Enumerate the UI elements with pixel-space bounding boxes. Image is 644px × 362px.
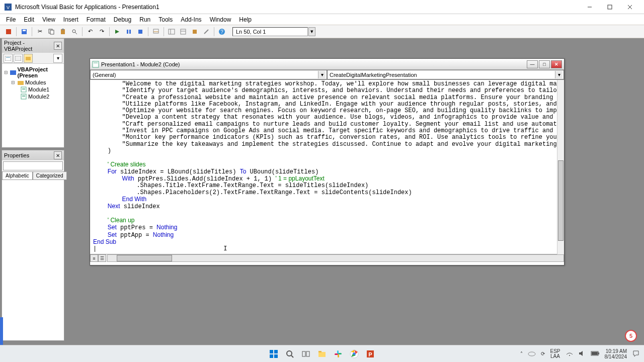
toggle-folders-icon[interactable] <box>24 54 33 63</box>
task-view-icon[interactable] <box>299 347 313 361</box>
properties-object-combo[interactable] <box>3 161 63 170</box>
vscroll-thumb[interactable] <box>558 160 564 241</box>
code-editor[interactable]: "Welcome to the digital marketing strate… <box>90 80 564 254</box>
maximize-button[interactable] <box>600 1 620 13</box>
close-button[interactable] <box>620 1 640 13</box>
run-icon[interactable] <box>112 26 123 37</box>
language-indicator[interactable]: ESP LAA <box>550 349 560 359</box>
chrome-icon[interactable] <box>347 347 361 361</box>
menu-tools[interactable]: Tools <box>154 15 177 24</box>
break-icon[interactable] <box>123 26 134 37</box>
design-mode-icon[interactable] <box>150 26 162 37</box>
svg-rect-52 <box>318 351 321 352</box>
object-combo-value: (General) <box>93 72 116 78</box>
powerpoint-icon[interactable]: P <box>363 347 377 361</box>
notifications-icon[interactable] <box>632 349 640 358</box>
code-maximize-button[interactable]: □ <box>539 60 550 68</box>
battery-icon[interactable] <box>591 351 600 357</box>
vertical-scrollbar[interactable] <box>557 80 564 257</box>
toolbox-icon[interactable] <box>201 26 212 37</box>
project-panel-close-icon[interactable]: ✕ <box>54 42 62 50</box>
wifi-icon[interactable] <box>566 350 574 357</box>
module1-label: Module1 <box>28 86 49 93</box>
code-close-button[interactable]: ✕ <box>551 60 562 68</box>
tree-module2[interactable]: Module2 <box>4 93 62 100</box>
menu-format[interactable]: Format <box>83 15 110 24</box>
tree-module1[interactable]: Module1 <box>4 86 62 93</box>
project-tree[interactable]: ⊟ VBAProject (Presen ⊟ Modules Module1 M… <box>2 64 64 102</box>
menu-insert[interactable]: Insert <box>59 15 83 24</box>
svg-marker-15 <box>115 30 119 34</box>
volume-icon[interactable] <box>579 350 586 357</box>
tab-categorized[interactable]: Categorized <box>33 171 67 180</box>
code-combos: (General) CreateDigitalMarketingPresenta… <box>90 70 564 80</box>
tree-root[interactable]: ⊟ VBAProject (Presen <box>4 66 62 79</box>
help-icon[interactable]: ? <box>216 26 227 37</box>
tray-chevron-icon[interactable]: ˄ <box>520 351 523 356</box>
start-button[interactable] <box>267 347 281 361</box>
svg-point-47 <box>287 351 292 356</box>
object-combo[interactable]: (General) <box>90 70 327 79</box>
procedure-combo-value: CreateDigitalMarketingPresentation <box>330 72 417 78</box>
notification-badge[interactable]: 5 <box>625 330 637 342</box>
clock[interactable]: 10:19 AM 8/14/2024 <box>605 348 627 359</box>
tree-modules-folder[interactable]: ⊟ Modules <box>4 79 62 86</box>
object-browser-icon[interactable] <box>189 26 200 37</box>
code-window-icon <box>92 61 99 68</box>
svg-rect-31 <box>15 56 21 61</box>
onedrive-icon[interactable] <box>528 350 536 357</box>
svg-rect-8 <box>23 30 26 31</box>
menu-help[interactable]: Help <box>235 15 256 24</box>
code-window: Presentation1 - Module2 (Code) — □ ✕ (Ge… <box>90 58 565 265</box>
properties-close-icon[interactable]: ✕ <box>54 151 62 159</box>
lang-line1: ESP <box>550 349 560 354</box>
menu-file[interactable]: File <box>2 15 20 24</box>
file-explorer-icon[interactable] <box>315 347 329 361</box>
menu-addins[interactable]: Add-Ins <box>177 15 205 24</box>
menu-debug[interactable]: Debug <box>110 15 135 24</box>
reset-icon[interactable] <box>135 26 146 37</box>
svg-line-14 <box>75 32 77 34</box>
view-object-icon[interactable] <box>14 54 23 63</box>
procedure-view-icon[interactable]: ≡ <box>90 254 98 262</box>
minimize-button[interactable] <box>580 1 600 13</box>
menu-view[interactable]: View <box>38 15 59 24</box>
tab-alphabetic[interactable]: Alphabetic <box>2 171 33 180</box>
linecol-dropdown[interactable]: ▾ <box>308 27 315 36</box>
menu-edit[interactable]: Edit <box>20 15 38 24</box>
redo-icon[interactable]: ↷ <box>96 26 107 37</box>
svg-rect-3 <box>608 5 612 9</box>
horizontal-scrollbar[interactable] <box>107 254 564 262</box>
code-window-titlebar[interactable]: Presentation1 - Module2 (Code) — □ ✕ <box>90 59 564 70</box>
cut-icon[interactable]: ✂ <box>34 26 45 37</box>
project-icon <box>10 69 17 75</box>
save-icon[interactable] <box>19 26 30 37</box>
svg-line-48 <box>291 355 293 357</box>
properties-icon[interactable] <box>178 26 189 37</box>
menu-run[interactable]: Run <box>135 15 154 24</box>
code-text[interactable]: "Welcome to the digital marketing strate… <box>90 80 564 253</box>
project-explorer-icon[interactable] <box>166 26 177 37</box>
full-module-view-icon[interactable]: ☰ <box>98 254 106 262</box>
view-ppt-icon[interactable] <box>3 26 14 37</box>
slack-icon[interactable] <box>331 347 345 361</box>
svg-rect-55 <box>338 354 339 357</box>
code-bottom-bar: ≡ ☰ <box>90 254 564 262</box>
hscroll-thumb[interactable] <box>117 255 172 261</box>
procedure-combo[interactable]: CreateDigitalMarketingPresentation <box>327 70 564 79</box>
paste-icon[interactable] <box>57 26 68 37</box>
find-icon[interactable] <box>69 26 80 37</box>
search-icon[interactable] <box>283 347 297 361</box>
code-minimize-button[interactable]: — <box>527 60 538 68</box>
view-code-icon[interactable] <box>4 54 13 63</box>
undo-icon[interactable]: ↶ <box>85 26 96 37</box>
expander-icon[interactable]: ⊟ <box>4 70 9 75</box>
updates-icon[interactable]: ⟳ <box>541 351 545 356</box>
svg-rect-21 <box>169 29 175 34</box>
menu-window[interactable]: Window <box>206 15 235 24</box>
copy-icon[interactable] <box>46 26 57 37</box>
project-toolbar-overflow[interactable]: ▾ <box>53 54 62 63</box>
svg-line-26 <box>204 30 208 34</box>
expander-icon[interactable]: ⊟ <box>11 80 16 85</box>
svg-rect-16 <box>127 30 128 34</box>
